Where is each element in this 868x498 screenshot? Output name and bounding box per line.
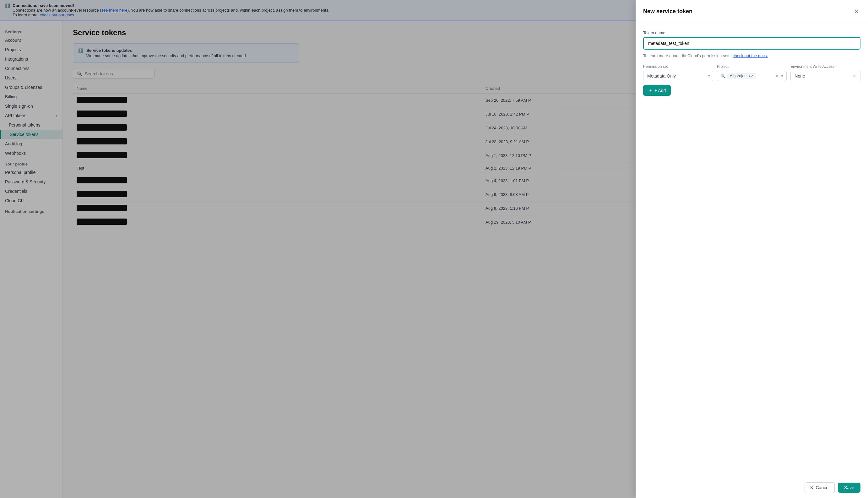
check-docs-link[interactable]: check out the docs.	[733, 53, 768, 58]
permission-set-header: Permission set	[643, 64, 713, 69]
permission-set-select[interactable]: Metadata Only Read Only Analyst Develope…	[643, 71, 713, 81]
project-clear-button[interactable]: ✕	[775, 74, 779, 79]
chevron-down-icon[interactable]: ▾	[781, 74, 783, 79]
search-icon: 🔍	[720, 74, 725, 78]
modal-body: Token name To learn more about dbt Cloud…	[636, 23, 868, 477]
modal-footer: ✕ Cancel Save	[636, 477, 868, 498]
modal-overlay: New service token ✕ Token name To learn …	[0, 0, 868, 498]
modal-close-button[interactable]: ✕	[853, 6, 860, 16]
env-clear-button[interactable]: ✕	[853, 74, 856, 79]
token-name-label: Token name	[643, 30, 860, 35]
permissions-grid: Permission set Metadata Only Read Only A…	[643, 64, 860, 81]
project-tag-remove-button[interactable]: ✕	[751, 74, 754, 78]
project-field[interactable]: 🔍 All projects ✕ ✕ ▾	[717, 71, 787, 81]
permissions-hint: To learn more about dbt Cloud's permissi…	[643, 53, 860, 58]
modal-header: New service token ✕	[636, 0, 868, 23]
modal-panel: New service token ✕ Token name To learn …	[636, 0, 868, 498]
plus-icon: ＋	[648, 88, 653, 93]
token-name-input[interactable]	[643, 37, 860, 50]
env-access-header: Environment Write Access	[790, 64, 860, 69]
add-permission-button[interactable]: ＋ + Add	[643, 85, 671, 96]
env-access-value: None	[794, 74, 805, 79]
project-column: Project 🔍 All projects ✕ ✕ ▾	[717, 64, 787, 81]
all-projects-tag: All projects ✕	[727, 73, 757, 79]
cancel-button[interactable]: ✕ Cancel	[805, 482, 835, 493]
permission-set-select-wrapper: Metadata Only Read Only Analyst Develope…	[643, 71, 713, 81]
env-access-field[interactable]: None ✕	[790, 71, 860, 81]
permission-set-column: Permission set Metadata Only Read Only A…	[643, 64, 713, 81]
save-button[interactable]: Save	[838, 483, 860, 493]
close-icon: ✕	[810, 485, 814, 490]
modal-title: New service token	[643, 8, 693, 15]
project-header: Project	[717, 64, 787, 69]
env-access-column: Environment Write Access None ✕	[790, 64, 860, 81]
